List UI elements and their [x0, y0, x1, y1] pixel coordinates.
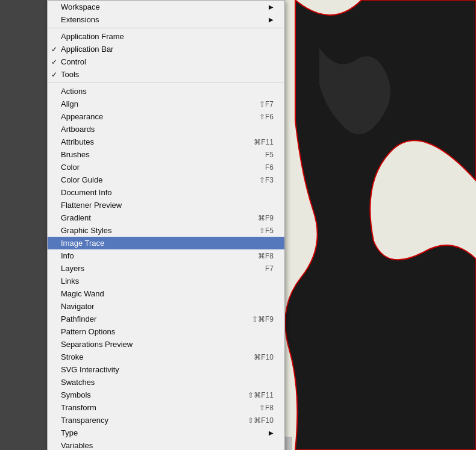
menu-item-graphic-styles-shortcut: ⇧F5: [259, 227, 274, 235]
menu-item-transparency-shortcut: ⇧⌘F10: [248, 416, 274, 425]
menu-item-type[interactable]: Type ▶: [48, 427, 284, 439]
menu-item-artboards[interactable]: Artboards: [48, 123, 284, 136]
menu-item-extensions-arrow: ▶: [269, 16, 274, 23]
menu-item-color-label: Color: [61, 163, 253, 172]
menu-item-align-label: Align: [61, 99, 247, 108]
menu-item-links-label: Links: [61, 277, 274, 286]
menu-item-separations-preview-label: Separations Preview: [61, 340, 274, 349]
menu-item-color-shortcut: F6: [265, 163, 274, 172]
menu-item-flattener-preview[interactable]: Flattener Preview: [48, 199, 284, 211]
menu-item-svg-interactivity[interactable]: SVG Interactivity: [48, 363, 284, 376]
menu-item-links[interactable]: Links: [48, 275, 284, 287]
menu-item-pattern-options-label: Pattern Options: [61, 327, 274, 336]
menu-item-transform-shortcut: ⇧F8: [259, 404, 274, 412]
menu-item-flattener-preview-label: Flattener Preview: [61, 201, 274, 210]
menu-item-svg-interactivity-label: SVG Interactivity: [61, 365, 274, 374]
menu-item-attributes-shortcut: ⌘F11: [254, 138, 274, 146]
menu-item-application-frame-label: Application Frame: [61, 32, 274, 41]
menu-item-stroke-label: Stroke: [61, 352, 242, 361]
menu-item-brushes-label: Brushes: [61, 150, 253, 159]
menu-item-info-shortcut: ⌘F8: [258, 252, 274, 260]
menu-item-magic-wand-label: Magic Wand: [61, 289, 274, 298]
menu-item-attributes-label: Attributes: [61, 137, 242, 146]
menu-item-transparency[interactable]: Transparency ⇧⌘F10: [48, 414, 284, 427]
menu-item-transform[interactable]: Transform ⇧F8: [48, 401, 284, 414]
menu-item-transparency-label: Transparency: [61, 416, 236, 425]
menu-item-brushes-shortcut: F5: [265, 151, 274, 159]
menu-item-pathfinder-label: Pathfinder: [61, 314, 240, 323]
menu-item-workspace-label: Workspace: [61, 2, 263, 11]
menu-item-artboards-label: Artboards: [61, 125, 274, 134]
menu-item-align[interactable]: Align ⇧F7: [48, 98, 284, 110]
menu-item-color[interactable]: Color F6: [48, 161, 284, 173]
menu-item-color-guide[interactable]: Color Guide ⇧F3: [48, 173, 284, 186]
menu-item-appearance-label: Appearance: [61, 112, 247, 121]
menu-item-stroke[interactable]: Stroke ⌘F10: [48, 351, 284, 363]
menu-item-workspace[interactable]: Workspace ▶: [48, 1, 284, 13]
menu-item-application-bar[interactable]: Application Bar: [48, 43, 284, 55]
menu-item-image-trace-label: Image Trace: [61, 239, 274, 248]
menu-item-type-label: Type: [61, 428, 263, 437]
dropdown-menu: Workspace ▶ Extensions ▶ Application Fra…: [47, 0, 285, 450]
menu-item-layers-label: Layers: [61, 264, 253, 273]
menu-item-workspace-arrow: ▶: [269, 4, 274, 10]
menu-item-layers[interactable]: Layers F7: [48, 262, 284, 275]
menu-item-swatches[interactable]: Swatches: [48, 376, 284, 389]
menu-item-separations-preview[interactable]: Separations Preview: [48, 338, 284, 351]
menu-item-graphic-styles-label: Graphic Styles: [61, 226, 247, 235]
menu-item-brushes[interactable]: Brushes F5: [48, 148, 284, 161]
menu-item-layers-shortcut: F7: [265, 264, 274, 273]
menu-item-symbols-label: Symbols: [61, 390, 236, 399]
menu-item-symbols[interactable]: Symbols ⇧⌘F11: [48, 389, 284, 401]
menu-item-magic-wand[interactable]: Magic Wand: [48, 287, 284, 300]
menu-item-gradient-shortcut: ⌘F9: [258, 214, 274, 222]
menu-item-tools-label: Tools: [61, 70, 274, 79]
menu-item-attributes[interactable]: Attributes ⌘F11: [48, 136, 284, 148]
menu-item-pathfinder-shortcut: ⇧⌘F9: [252, 315, 274, 323]
menu-item-document-info-label: Document Info: [61, 188, 274, 197]
menu-item-actions-label: Actions: [61, 87, 274, 96]
svg-rect-2: [0, 0, 51, 450]
menu-item-variables[interactable]: Variables: [48, 439, 284, 450]
menu-item-appearance-shortcut: ⇧F6: [259, 113, 274, 121]
menu-item-swatches-label: Swatches: [61, 378, 274, 387]
menu-item-navigator-label: Navigator: [61, 302, 274, 311]
menu-item-color-guide-label: Color Guide: [61, 175, 247, 184]
menu-item-info[interactable]: Info ⌘F8: [48, 249, 284, 262]
menu-item-navigator[interactable]: Navigator: [48, 300, 284, 313]
menu-item-info-label: Info: [61, 251, 246, 260]
menu-item-application-frame[interactable]: Application Frame: [48, 30, 284, 43]
menu-item-graphic-styles[interactable]: Graphic Styles ⇧F5: [48, 224, 284, 237]
menu-item-stroke-shortcut: ⌘F10: [254, 353, 274, 361]
menu-item-tools[interactable]: Tools: [48, 68, 284, 81]
menu-item-align-shortcut: ⇧F7: [259, 100, 274, 108]
menu-item-extensions-label: Extensions: [61, 15, 263, 24]
menu-item-extensions[interactable]: Extensions ▶: [48, 13, 284, 26]
separator-1: [48, 28, 284, 28]
menu-item-gradient[interactable]: Gradient ⌘F9: [48, 211, 284, 224]
menu-item-variables-label: Variables: [61, 441, 274, 450]
menu-item-actions[interactable]: Actions: [48, 85, 284, 98]
menu-item-image-trace[interactable]: Image Trace: [48, 237, 284, 249]
menu-item-document-info[interactable]: Document Info: [48, 186, 284, 199]
menu-item-pattern-options[interactable]: Pattern Options: [48, 325, 284, 338]
menu-item-gradient-label: Gradient: [61, 213, 246, 222]
menu-item-application-bar-label: Application Bar: [61, 45, 274, 54]
menu-item-control[interactable]: Control: [48, 55, 284, 68]
menu-item-transform-label: Transform: [61, 403, 247, 412]
separator-2: [48, 83, 284, 83]
menu-item-type-arrow: ▶: [269, 430, 274, 436]
menu-item-color-guide-shortcut: ⇧F3: [259, 176, 274, 184]
menu-item-symbols-shortcut: ⇧⌘F11: [248, 391, 274, 399]
menu-item-appearance[interactable]: Appearance ⇧F6: [48, 110, 284, 123]
menu-item-control-label: Control: [61, 57, 274, 66]
menu-item-pathfinder[interactable]: Pathfinder ⇧⌘F9: [48, 313, 284, 325]
